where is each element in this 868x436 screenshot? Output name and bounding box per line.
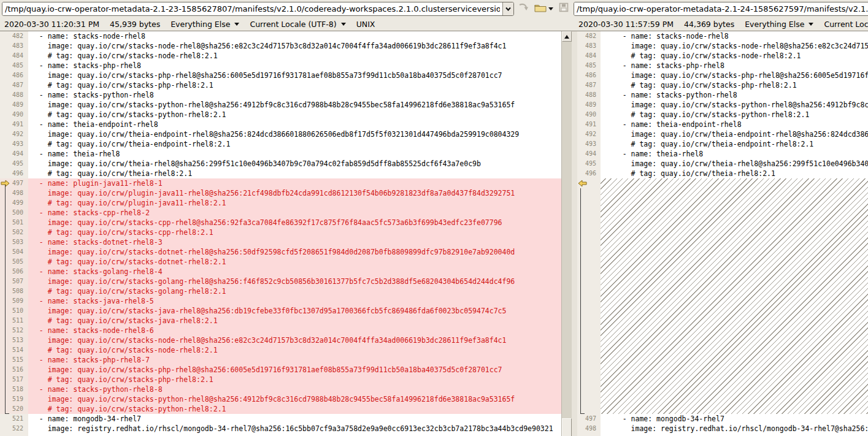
code-line[interactable]: 488 - name: stacks-python-rhel8 [577, 90, 868, 100]
line-text: image: quay.io/crw/stacks-cpp-rhel8@sha2… [28, 218, 561, 228]
right-path-input[interactable] [574, 2, 868, 15]
code-line[interactable]: 482 - name: stacks-node-rhel8 [0, 31, 561, 41]
line-number: 502 [0, 228, 28, 237]
line-number: 487 [0, 80, 28, 90]
scrollbar-thumb[interactable] [562, 418, 572, 436]
code-line[interactable]: 483 image: quay.io/crw/stacks-node-rhel8… [577, 41, 868, 51]
folder-open-icon [534, 3, 547, 15]
code-line[interactable]: 522 image: registry.redhat.io/rhscl/mong… [0, 424, 561, 434]
line-text: - name: stacks-node-rhel8-6 [28, 326, 561, 335]
code-line[interactable]: 484 # tag: quay.io/crw/stacks-node-rhel8… [0, 51, 561, 61]
line-number: 501 [0, 218, 28, 228]
code-line[interactable]: 484 # tag: quay.io/crw/stacks-node-rhel8… [577, 51, 868, 61]
line-text: # tag: quay.io/crw/stacks-golang-rhel8:2… [28, 286, 561, 296]
left-vertical-scrollbar[interactable] [561, 31, 572, 436]
line-number: 503 [0, 237, 28, 247]
code-line[interactable]: 491 - name: theia-endpoint-rhel8 [0, 120, 561, 129]
code-line[interactable]: 489 image: quay.io/crw/stacks-python-rhe… [577, 100, 868, 110]
right-syntax-label: Everything Else [745, 20, 804, 29]
left-syntax-combo[interactable]: Everything Else [171, 20, 239, 29]
left-file-size: 45,939 bytes [110, 20, 160, 29]
code-line[interactable]: 492 image: quay.io/crw/theia-endpoint-rh… [577, 129, 868, 139]
code-line[interactable]: 492 image: quay.io/crw/theia-endpoint-rh… [0, 129, 561, 139]
line-number: 513 [0, 335, 28, 345]
code-line[interactable]: 490 # tag: quay.io/crw/stacks-python-rhe… [0, 110, 561, 120]
code-line[interactable]: 499 # tag: quay.io/crw/plugin-java11-rhe… [0, 198, 561, 208]
scroll-up-button[interactable] [562, 31, 572, 42]
code-line[interactable]: 482 - name: stacks-node-rhel8 [577, 31, 868, 41]
code-line[interactable]: 515 - name: stacks-php-rhel8-7 [0, 355, 561, 365]
save-file-button[interactable] [557, 1, 570, 16]
line-number: 505 [0, 257, 28, 267]
right-syntax-combo[interactable]: Everything Else [745, 20, 813, 29]
line-number: 506 [0, 267, 28, 277]
curved-arrow-icon [518, 2, 529, 15]
code-line[interactable]: 489 image: quay.io/crw/stacks-python-rhe… [0, 100, 561, 110]
code-line[interactable]: 501 image: quay.io/crw/stacks-cpp-rhel8@… [0, 218, 561, 228]
code-line[interactable]: 487 # tag: quay.io/crw/stacks-php-rhel8:… [0, 80, 561, 90]
right-encoding-combo[interactable]: Current Locale [824, 20, 868, 29]
code-line[interactable]: 520 # tag: quay.io/crw/stacks-python-rhe… [0, 404, 561, 414]
code-line[interactable]: 496 # tag: quay.io/crw/theia-rhel8:2.1 [0, 169, 561, 178]
right-code-body-bottom: 497 - name: mongodb-34-rhel7498 image: r… [577, 414, 868, 434]
left-path-input[interactable] [2, 2, 502, 15]
code-line[interactable]: 509 - name: stacks-java-rhel8-5 [0, 296, 561, 306]
code-line[interactable]: 498 image: quay.io/crw/plugin-java11-rhe… [0, 188, 561, 198]
line-text: image: quay.io/crw/stacks-python-rhel8@s… [601, 100, 868, 110]
code-line[interactable]: 487 # tag: quay.io/crw/stacks-php-rhel8:… [577, 80, 868, 90]
code-line[interactable]: 486 image: quay.io/crw/stacks-php-rhel8@… [0, 71, 561, 80]
code-line[interactable]: 500 - name: stacks-cpp-rhel8-2 [0, 208, 561, 218]
code-line[interactable]: 507 image: quay.io/crw/stacks-golang-rhe… [0, 277, 561, 286]
code-line[interactable]: 497 - name: plugin-java11-rhel8-1 [0, 178, 561, 188]
line-number: 490 [0, 110, 28, 120]
code-line[interactable]: 496 # tag: quay.io/crw/theia-rhel8:2.1 [577, 169, 868, 178]
line-text: # tag: quay.io/crw/theia-endpoint-rhel8:… [601, 139, 868, 149]
code-line[interactable]: 495 image: quay.io/crw/theia-rhel8@sha25… [0, 159, 561, 169]
chevron-down-icon [548, 7, 553, 10]
code-line[interactable]: 505 # tag: quay.io/crw/stacks-dotnet-rhe… [0, 257, 561, 267]
code-line[interactable]: 519 image: quay.io/crw/stacks-python-rhe… [0, 394, 561, 404]
code-line[interactable]: 506 - name: stacks-golang-rhel8-4 [0, 267, 561, 277]
open-file-button[interactable] [532, 1, 555, 16]
line-number: 519 [0, 394, 28, 404]
line-number: 507 [0, 277, 28, 286]
code-line[interactable]: 497 - name: mongodb-34-rhel7 [577, 414, 868, 424]
code-line[interactable]: 488 - name: stacks-python-rhel8 [0, 90, 561, 100]
code-line[interactable]: 504 image: quay.io/crw/stacks-dotnet-rhe… [0, 247, 561, 257]
code-line[interactable]: 510 image: quay.io/crw/stacks-java-rhel8… [0, 306, 561, 316]
code-line[interactable]: 502 # tag: quay.io/crw/stacks-cpp-rhel8:… [0, 228, 561, 237]
code-line[interactable]: 494 - name: theia-rhel8 [0, 149, 561, 159]
code-line[interactable]: 498 image: registry.redhat.io/rhscl/mong… [577, 424, 868, 434]
line-number: 512 [0, 326, 28, 335]
code-line[interactable]: 521 - name: mongodb-34-rhel7 [0, 414, 561, 424]
code-line[interactable]: 486 image: quay.io/crw/stacks-php-rhel8@… [577, 71, 868, 80]
code-line[interactable]: 493 # tag: quay.io/crw/theia-endpoint-rh… [577, 139, 868, 149]
code-line[interactable]: 494 - name: theia-rhel8 [577, 149, 868, 159]
line-text: image: quay.io/crw/theia-endpoint-rhel8@… [601, 129, 868, 139]
left-encoding-label: Current Locale (UTF-8) [250, 20, 336, 29]
code-line[interactable]: 491 - name: theia-endpoint-rhel8 [577, 120, 868, 129]
chevron-down-icon [808, 23, 813, 26]
left-encoding-combo[interactable]: Current Locale (UTF-8) [250, 20, 345, 29]
code-line[interactable]: 490 # tag: quay.io/crw/stacks-python-rhe… [577, 110, 868, 120]
code-line[interactable]: 516 image: quay.io/crw/stacks-php-rhel8@… [0, 365, 561, 375]
code-line[interactable]: 493 # tag: quay.io/crw/theia-endpoint-rh… [0, 139, 561, 149]
code-line[interactable]: 513 image: quay.io/crw/stacks-node-rhel8… [0, 335, 561, 345]
line-number: 493 [577, 139, 601, 149]
chevron-down-icon[interactable] [502, 2, 513, 15]
code-line[interactable]: 495 image: quay.io/crw/theia-rhel8@sha25… [577, 159, 868, 169]
code-line[interactable]: 512 - name: stacks-node-rhel8-6 [0, 326, 561, 335]
code-line[interactable]: 503 - name: stacks-dotnet-rhel8-3 [0, 237, 561, 247]
line-text: image: quay.io/crw/stacks-node-rhel8@sha… [28, 335, 561, 345]
code-line[interactable]: 483 image: quay.io/crw/stacks-node-rhel8… [0, 41, 561, 51]
code-line[interactable]: 485 - name: stacks-php-rhel8 [577, 61, 868, 71]
code-line[interactable]: 511 # tag: quay.io/crw/stacks-java-rhel8… [0, 316, 561, 326]
code-line[interactable]: 518 - name: stacks-python-rhel8-8 [0, 384, 561, 394]
code-line[interactable]: 514 # tag: quay.io/crw/stacks-node-rhel8… [0, 345, 561, 355]
code-line[interactable]: 508 # tag: quay.io/crw/stacks-golang-rhe… [0, 286, 561, 296]
line-number: 490 [577, 110, 601, 120]
code-line[interactable]: 517 # tag: quay.io/crw/stacks-php-rhel8:… [0, 375, 561, 384]
copy-into-pane-button[interactable] [516, 1, 531, 16]
code-line[interactable]: 485 - name: stacks-php-rhel8 [0, 61, 561, 71]
right-file-selector [572, 0, 868, 17]
